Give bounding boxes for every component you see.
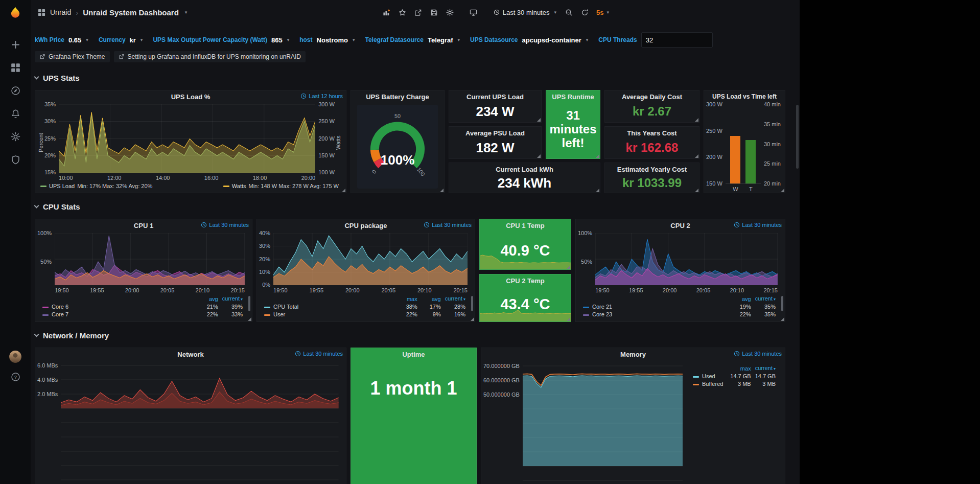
panel-ups-load-vs-time-left: UPS Load vs Time left 300 W250 W200 W150… bbox=[704, 90, 785, 193]
panel-title[interactable]: Current UPS Load bbox=[466, 93, 524, 101]
share-dashboard-button[interactable] bbox=[411, 5, 426, 20]
sidebar-item-configuration[interactable] bbox=[6, 130, 25, 143]
panel-resize-handle[interactable] bbox=[695, 118, 698, 122]
legend-col-header[interactable]: current▾ bbox=[753, 364, 778, 373]
panel-title[interactable]: CPU 1 bbox=[134, 222, 153, 229]
legend-col-header[interactable]: current▾ bbox=[753, 295, 778, 303]
panel-resize-handle[interactable] bbox=[342, 189, 345, 192]
panel-resize-handle[interactable] bbox=[781, 189, 784, 192]
page-scrollbar[interactable] bbox=[796, 105, 799, 169]
refresh-button[interactable] bbox=[577, 5, 592, 20]
legend-item[interactable]: WattsMin: 148 W Max: 278 W Avg: 175 W bbox=[223, 182, 339, 190]
gear-icon bbox=[446, 9, 454, 16]
section-network-memory[interactable]: Network / Memory bbox=[35, 330, 109, 341]
panel-resize-handle[interactable] bbox=[440, 189, 444, 192]
breadcrumb-folder[interactable]: Unraid bbox=[50, 8, 71, 16]
star-dashboard-button[interactable] bbox=[395, 5, 410, 20]
legend-col-header[interactable]: current▾ bbox=[443, 295, 468, 303]
variable-cpu-threads: CPU Threads bbox=[598, 32, 712, 48]
panel-title[interactable]: CPU 2 bbox=[670, 222, 690, 229]
legend-series-name[interactable]: Core 21 bbox=[592, 304, 612, 310]
legend-series-name[interactable]: Core 6 bbox=[52, 304, 68, 310]
panel-title[interactable]: Current Load kWh bbox=[496, 166, 553, 173]
variable-value-dropdown[interactable]: 0.65▾ bbox=[68, 36, 88, 44]
variable-value-dropdown[interactable]: 865▾ bbox=[271, 36, 289, 44]
chart-cpu-1: 100%50%19:5019:5520:0020:0520:1020:15 bbox=[37, 233, 248, 293]
legend: maxcurrent▾Used14.7 GB14.7 GBBuffered3 M… bbox=[689, 360, 785, 484]
legend-series-name[interactable]: Buffered bbox=[702, 381, 723, 387]
legend-col-header[interactable]: max bbox=[728, 364, 753, 373]
panel-title[interactable]: This Years Cost bbox=[627, 129, 676, 137]
variable-value-dropdown[interactable]: kr▾ bbox=[130, 36, 143, 44]
chevron-down-icon[interactable]: ▾ bbox=[185, 10, 188, 15]
legend-item[interactable]: UPS LoadMin: 17% Max: 32% Avg: 20% bbox=[40, 182, 152, 190]
panel-title[interactable]: Estimated Yearly Cost bbox=[617, 166, 687, 173]
legend-scrollbar[interactable] bbox=[471, 296, 473, 311]
panel-title[interactable]: UPS Load % bbox=[171, 93, 211, 101]
panel-title[interactable]: UPS Runtime bbox=[552, 93, 594, 101]
dashboard-title[interactable]: Unraid System Dashboard bbox=[83, 8, 179, 17]
section-ups-stats[interactable]: UPS Stats bbox=[35, 72, 80, 83]
panel-title[interactable]: Uptime bbox=[402, 351, 425, 358]
panel-resize-handle[interactable] bbox=[695, 154, 698, 158]
cycle-view-button[interactable] bbox=[466, 5, 481, 20]
panel-time-range: Last 12 hours bbox=[300, 93, 343, 99]
zoom-out-button[interactable] bbox=[562, 5, 576, 20]
legend-col-header[interactable]: avg bbox=[730, 295, 753, 303]
panel-title[interactable]: Network bbox=[177, 351, 203, 358]
legend-row: Core 2322%35% bbox=[581, 311, 778, 318]
user-avatar[interactable] bbox=[6, 351, 25, 363]
panel-title[interactable]: UPS Battery Charge bbox=[366, 93, 429, 101]
panel-resize-handle[interactable] bbox=[596, 154, 599, 158]
panel-title[interactable]: Memory bbox=[620, 351, 646, 358]
legend-scrollbar[interactable] bbox=[781, 296, 783, 311]
dashboard-settings-button[interactable] bbox=[442, 5, 457, 20]
add-panel-button[interactable] bbox=[379, 5, 394, 20]
legend-series-name[interactable]: Core 7 bbox=[52, 311, 68, 317]
sidebar-item-explore[interactable] bbox=[6, 84, 25, 97]
panel-resize-handle[interactable] bbox=[596, 189, 599, 192]
legend-series-name[interactable]: Used bbox=[702, 373, 715, 379]
panel-title[interactable]: Average Daily Cost bbox=[622, 93, 682, 101]
sidebar-item-alerting[interactable] bbox=[6, 107, 25, 120]
legend-col-header[interactable]: max bbox=[396, 295, 419, 303]
panel-resize-handle[interactable] bbox=[471, 317, 474, 321]
section-cpu-stats[interactable]: CPU Stats bbox=[35, 201, 80, 212]
legend-series-name[interactable]: CPU Total bbox=[273, 304, 298, 310]
panel-title[interactable]: CPU 1 Temp bbox=[506, 222, 545, 229]
panel-resize-handle[interactable] bbox=[695, 189, 698, 192]
time-range-picker[interactable]: Last 30 minutes ▾ bbox=[489, 5, 561, 20]
refresh-interval-picker[interactable]: 5s ▾ bbox=[593, 5, 612, 20]
dashboard-link-plex-theme[interactable]: Grafana Plex Theme bbox=[35, 51, 110, 62]
sidebar-item-create[interactable] bbox=[6, 38, 25, 51]
axis-tick: 20:00 bbox=[125, 287, 139, 293]
grafana-logo[interactable] bbox=[8, 6, 22, 20]
variable-value-dropdown[interactable]: Telegraf▾ bbox=[428, 36, 460, 44]
panel-title[interactable]: CPU 2 Temp bbox=[506, 277, 545, 285]
sidebar-item-server-admin[interactable] bbox=[6, 153, 25, 166]
cpu-threads-input[interactable] bbox=[641, 32, 713, 48]
panel-title[interactable]: Average PSU Load bbox=[465, 129, 525, 137]
panel-resize-handle[interactable] bbox=[537, 118, 541, 122]
legend-series-name[interactable]: User bbox=[273, 311, 285, 317]
sidebar-item-help[interactable]: ? bbox=[6, 371, 25, 383]
variable-value-dropdown[interactable]: apcupsd-container▾ bbox=[522, 36, 588, 44]
legend-series-name[interactable]: UPS Load bbox=[49, 182, 75, 190]
panel-title[interactable]: CPU package bbox=[344, 222, 387, 229]
legend-series-name[interactable]: Watts bbox=[232, 182, 246, 190]
dashboard-link-ups-guide[interactable]: Setting up Grafana and InfluxDB for UPS … bbox=[114, 51, 306, 62]
refresh-interval-label: 5s bbox=[596, 9, 603, 16]
save-dashboard-button[interactable] bbox=[427, 5, 441, 20]
legend-col-header[interactable]: current▾ bbox=[220, 295, 245, 303]
sidebar-item-dashboards[interactable] bbox=[6, 61, 25, 74]
legend-col-header[interactable]: avg bbox=[419, 295, 443, 303]
variable-value-dropdown[interactable]: Nostromo▾ bbox=[317, 36, 355, 44]
legend-col-header[interactable]: avg bbox=[197, 295, 220, 303]
panel-title[interactable]: UPS Load vs Time left bbox=[712, 93, 777, 100]
panel-resize-handle[interactable] bbox=[248, 317, 251, 321]
legend-series-name[interactable]: Core 23 bbox=[592, 311, 612, 317]
dashboards-grid-icon[interactable] bbox=[38, 9, 45, 16]
panel-resize-handle[interactable] bbox=[537, 154, 541, 158]
legend-scrollbar[interactable] bbox=[248, 296, 250, 311]
panel-resize-handle[interactable] bbox=[781, 317, 784, 321]
